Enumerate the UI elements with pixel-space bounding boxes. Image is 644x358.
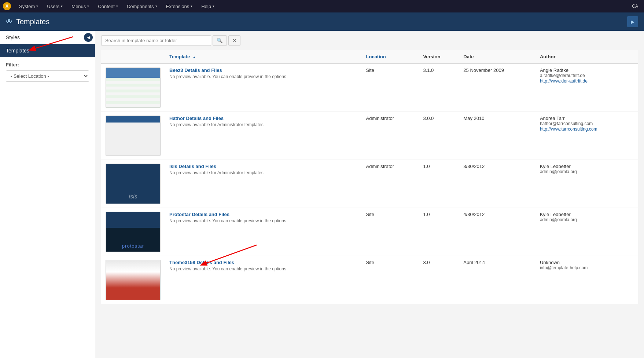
template-name-cell: Hathor Details and Files No preview avai… [165,112,362,160]
templates-table: Template ▲ Location Version Date Author [101,50,638,304]
template-date-cell: 4/30/2012 [459,208,536,256]
author-name: Kyle Ledbetter [540,212,634,217]
template-description: No preview available. You can enable pre… [169,218,357,223]
template-date-cell: 25 November 2009 [459,63,536,112]
template-thumbnail [106,212,161,252]
author-name: Andrea Tarr [540,116,634,121]
title-bar-action[interactable]: ▶ [627,16,638,27]
filter-label: Filter: [6,62,89,67]
page-title: Templates [16,18,49,26]
thumbnail-image [106,212,160,252]
sidebar-item-templates[interactable]: Templates [0,44,95,57]
clear-search-button[interactable]: ✕ [228,35,240,46]
template-location: Site [366,212,374,217]
table-body: Beez3 Details and Files No preview avail… [101,63,638,304]
template-version: 3.0.0 [423,116,434,121]
column-thumb [101,50,165,63]
template-version: 3.0 [423,260,430,265]
nav-users[interactable]: Users ▾ [43,0,66,12]
chevron-down-icon: ▾ [61,4,63,8]
author-name: Angie Radtke [540,67,634,73]
template-name-cell: Protostar Details and Files No preview a… [165,208,362,256]
template-thumbnail-cell [101,208,165,256]
template-location: Administrator [366,164,394,169]
search-button[interactable]: 🔍 [213,35,227,46]
sidebar-item-styles[interactable]: Styles [0,31,95,44]
author-email: info@template-help.com [540,265,634,270]
template-name-link[interactable]: Theme3158 Details and Files [169,260,234,265]
table-row: Beez3 Details and Files No preview avail… [101,63,638,112]
template-name-link[interactable]: Beez3 Details and Files [169,67,222,73]
template-location-cell: Site [362,256,419,304]
template-location: Administrator [366,116,394,121]
template-description: No preview available for Administrator t… [169,170,357,175]
chevron-down-icon: ▾ [191,4,192,8]
title-bar: 👁 Templates ▶ [0,12,644,31]
search-input[interactable] [101,35,211,46]
template-thumbnail [106,260,161,300]
thumbnail-image [106,116,160,156]
table-header: Template ▲ Location Version Date Author [101,50,638,63]
sidebar-filter: Filter: - Select Location - Site Adminis… [0,57,95,86]
template-author-cell: Unknown info@template-help.com [536,256,638,304]
sidebar-toggle-button[interactable]: ◀ [84,33,93,42]
nav-components[interactable]: Components ▾ [123,0,161,12]
table-row: Theme3158 Details and Files No preview a… [101,256,638,304]
sort-arrow-icon: ▲ [192,55,196,59]
template-date: 25 November 2009 [463,67,504,73]
column-template[interactable]: Template ▲ [165,50,362,63]
chevron-right-icon: ▶ [631,19,634,25]
author-url-link[interactable]: http://www.der-auftritt.de [540,78,588,84]
template-date: May 2010 [463,116,484,121]
thumbnail-image [106,164,160,204]
template-version: 1.0 [423,212,430,217]
template-thumbnail-cell [101,160,165,208]
template-thumbnail-cell [101,63,165,112]
column-date: Date [459,50,536,63]
template-name-link[interactable]: Protostar Details and Files [169,212,229,217]
content-area: 🔍 ✕ Template ▲ Location Versio [95,31,644,358]
author-email: admin@joomla.org [540,217,634,222]
template-location-cell: Administrator [362,160,419,208]
main-layout: ◀ Styles Templates Filter: - Select Loca… [0,31,644,358]
top-navigation: X System ▾ Users ▾ Menus ▾ Content ▾ Com… [0,0,644,12]
template-date-cell: May 2010 [459,112,536,160]
template-version-cell: 1.0 [419,160,459,208]
nav-extensions[interactable]: Extensions ▾ [162,0,196,12]
template-thumbnail-cell [101,112,165,160]
template-thumbnail [106,67,161,108]
template-name-link[interactable]: Hathor Details and Files [169,116,224,121]
sidebar: ◀ Styles Templates Filter: - Select Loca… [0,31,95,358]
location-filter-select[interactable]: - Select Location - Site Administrator [6,70,89,82]
template-author-cell: Andrea Tarr hathor@tarrconsulting.com ht… [536,112,638,160]
template-thumbnail [106,116,161,156]
author-url-link[interactable]: http://www.tarrconsulting.com [540,127,597,132]
nav-help[interactable]: Help ▾ [198,0,218,12]
template-thumbnail [106,164,161,204]
chevron-down-icon: ▾ [116,4,118,8]
template-name-link[interactable]: Isis Details and Files [169,164,216,169]
template-description: No preview available. You can enable pre… [169,266,357,271]
logo: X [3,2,11,10]
template-date-cell: April 2014 [459,256,536,304]
column-version: Version [419,50,459,63]
template-version: 1.0 [423,164,430,169]
template-description: No preview available for Administrator t… [169,122,357,127]
template-date: April 2014 [463,260,485,265]
author-email: a.radtke@derauftritt.de [540,73,634,78]
thumbnail-image [106,68,160,107]
table-row: Isis Details and Files No preview availa… [101,160,638,208]
user-initials: CA [629,4,641,9]
table-row: Protostar Details and Files No preview a… [101,208,638,256]
author-name: Unknown [540,260,634,265]
column-location[interactable]: Location [362,50,419,63]
nav-system[interactable]: System ▾ [15,0,42,12]
template-location: Site [366,260,374,265]
template-location-cell: Site [362,63,419,112]
template-version-cell: 3.0 [419,256,459,304]
template-thumbnail-cell [101,256,165,304]
nav-content[interactable]: Content ▾ [94,0,122,12]
author-email: hathor@tarrconsulting.com [540,121,634,126]
chevron-down-icon: ▾ [36,4,38,8]
nav-menus[interactable]: Menus ▾ [68,0,93,12]
